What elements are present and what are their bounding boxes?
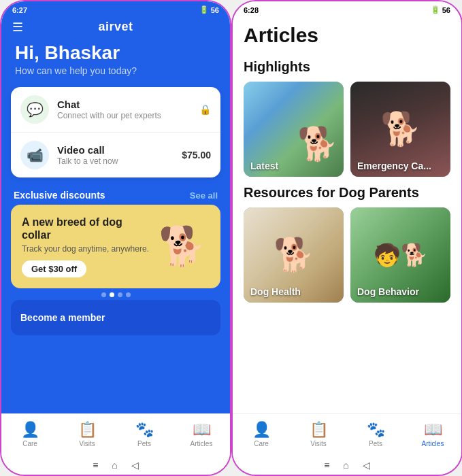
right-time: 6:28 — [244, 6, 259, 14]
article-card-dog-health[interactable]: Dog Health — [244, 207, 344, 303]
article-card-latest[interactable]: Latest — [244, 82, 344, 177]
discounts-label: Exclusive discounts — [14, 190, 105, 201]
dot-4 — [126, 292, 131, 297]
promo-button[interactable]: Get $30 off — [22, 260, 86, 277]
gesture-back: ◁ — [131, 460, 139, 471]
chat-icon: 💬 — [20, 95, 49, 124]
right-gesture-bar: ≡ ⌂ ◁ — [233, 457, 461, 475]
care-label: Care — [22, 440, 37, 447]
dot-1 — [101, 292, 106, 297]
left-time: 6:27 — [12, 6, 27, 14]
right-status-bar: 6:28 🔋 56 — [233, 1, 461, 17]
promo-dog-image: 🐕 — [155, 219, 210, 273]
carousel-dots — [1, 292, 230, 297]
nav-care[interactable]: 👤 Care — [1, 418, 59, 450]
app-title: airvet — [98, 20, 133, 34]
chat-service-item[interactable]: 💬 Chat Connect with our pet experts 🔒 — [11, 87, 220, 132]
highlights-grid: Latest Emergency Ca... — [244, 82, 450, 177]
right-visits-label: Visits — [310, 440, 327, 447]
emergency-label: Emergency Ca... — [357, 160, 431, 171]
right-gesture-home: ⌂ — [343, 460, 348, 471]
resources-grid: Dog Health Dog Behavior — [244, 207, 450, 303]
right-articles-label: Articles — [422, 440, 444, 447]
articles-label: Articles — [191, 440, 213, 447]
right-pets-label: Pets — [369, 440, 382, 447]
right-articles-icon: 📖 — [424, 421, 442, 439]
right-pets-icon: 🐾 — [367, 421, 385, 439]
left-battery-icon: 🔋 — [199, 5, 209, 14]
chat-desc: Connect with our pet experts — [57, 111, 191, 120]
right-gesture-menu: ≡ — [324, 460, 329, 471]
articles-icon: 📖 — [193, 421, 211, 439]
nav-visits[interactable]: 📋 Visits — [59, 418, 116, 450]
promo-text: A new breed of dog collar Track your dog… — [22, 216, 150, 277]
right-bottom-nav: 👤 Care 📋 Visits 🐾 Pets 📖 Articles — [233, 413, 461, 457]
video-desc: Talk to a vet now — [57, 156, 174, 166]
right-visits-icon: 📋 — [310, 421, 328, 439]
greeting-section: Hi, Bhaskar How can we help you today? — [1, 34, 230, 80]
promo-title: A new breed of dog collar — [22, 216, 150, 241]
video-icon: 📹 — [20, 141, 49, 169]
left-main-content: ☰ airvet Hi, Bhaskar How can we help you… — [1, 17, 230, 413]
right-nav-care[interactable]: 👤 Care — [233, 418, 290, 450]
see-all-link[interactable]: See all — [190, 190, 218, 201]
become-member-text: Become a member — [20, 312, 105, 323]
chat-info: Chat Connect with our pet experts — [57, 99, 191, 120]
chat-name: Chat — [57, 99, 191, 110]
video-service-item[interactable]: 📹 Video call Talk to a vet now $75.00 — [11, 132, 220, 177]
pets-icon: 🐾 — [135, 421, 154, 439]
care-icon: 👤 — [21, 421, 39, 439]
article-card-emergency[interactable]: Emergency Ca... — [350, 82, 450, 177]
right-care-icon: 👤 — [252, 421, 271, 439]
nav-articles[interactable]: 📖 Articles — [173, 418, 230, 450]
greeting-subtitle: How can we help you today? — [15, 65, 216, 76]
latest-label: Latest — [250, 160, 278, 171]
left-phone: 6:27 🔋 56 ☰ airvet Hi, Bhaskar How can w… — [0, 0, 231, 476]
visits-label: Visits — [79, 440, 95, 447]
discounts-header: Exclusive discounts See all — [1, 184, 230, 205]
nav-pets[interactable]: 🐾 Pets — [116, 418, 173, 450]
right-care-label: Care — [254, 440, 269, 447]
left-bottom-nav: 👤 Care 📋 Visits 🐾 Pets 📖 Articles — [1, 413, 230, 457]
dog-behavior-label: Dog Behavior — [357, 286, 419, 297]
left-status-bar: 6:27 🔋 56 — [1, 1, 230, 17]
promo-subtitle: Track your dog anytime, anywhere. — [22, 244, 150, 255]
right-nav-visits[interactable]: 📋 Visits — [290, 418, 347, 450]
dot-2-active — [110, 292, 114, 297]
promo-card: A new breed of dog collar Track your dog… — [11, 205, 220, 288]
dog-health-label: Dog Health — [250, 286, 301, 297]
right-nav-articles[interactable]: 📖 Articles — [404, 418, 461, 450]
highlights-section-title: Highlights — [244, 59, 450, 75]
video-info: Video call Talk to a vet now — [57, 144, 174, 166]
greeting-title: Hi, Bhaskar — [15, 42, 216, 64]
pets-label: Pets — [137, 440, 151, 447]
right-gesture-back: ◁ — [363, 460, 370, 471]
chat-lock-icon: 🔒 — [199, 104, 211, 115]
dot-3 — [118, 292, 122, 297]
video-name: Video call — [57, 144, 174, 156]
right-nav-pets[interactable]: 🐾 Pets — [347, 418, 404, 450]
service-card: 💬 Chat Connect with our pet experts 🔒 📹 … — [11, 87, 220, 177]
articles-page-title: Articles — [244, 17, 450, 52]
right-battery-pct: 56 — [442, 6, 450, 14]
video-price: $75.00 — [182, 150, 211, 160]
left-battery-pct: 56 — [211, 6, 219, 14]
resources-section-title: Resources for Dog Parents — [244, 185, 450, 201]
left-top-bar: ☰ airvet — [1, 17, 230, 34]
gesture-home: ⌂ — [112, 460, 117, 471]
left-gesture-bar: ≡ ⌂ ◁ — [1, 457, 230, 475]
visits-icon: 📋 — [78, 421, 97, 439]
become-member-banner[interactable]: Become a member — [11, 300, 220, 335]
right-main-content: Articles Highlights Latest Emergency Ca.… — [233, 17, 461, 413]
menu-icon[interactable]: ☰ — [12, 20, 23, 35]
right-phone: 6:28 🔋 56 Articles Highlights Latest Eme… — [231, 0, 462, 476]
right-battery-icon: 🔋 — [431, 5, 440, 14]
article-card-dog-behavior[interactable]: Dog Behavior — [350, 207, 450, 303]
gesture-menu: ≡ — [93, 460, 98, 471]
